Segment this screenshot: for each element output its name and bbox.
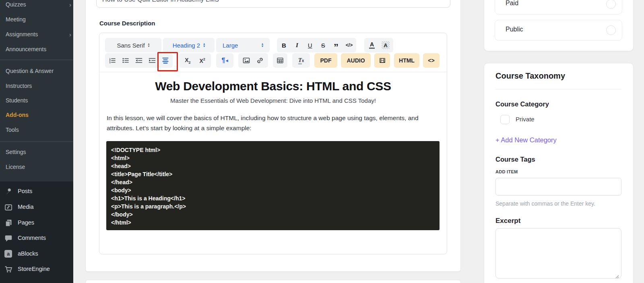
chevron-right-icon: › [69,1,71,8]
menu-item-comments[interactable]: Comments [0,233,73,246]
pages-icon [4,219,12,227]
sidebar-item-label: Assignments [6,31,38,37]
strikethrough-button[interactable]: S [317,39,329,51]
sidebar-item-label: Announcements [6,46,46,52]
chevron-right-icon: › [69,31,71,38]
text-direction-button[interactable]: ¶◀ [219,54,231,67]
sidebar-item-students[interactable]: Students [6,97,28,104]
bullet-list-button[interactable] [120,54,132,67]
excerpt-textarea[interactable] [495,228,621,279]
taxonomy-panel-title: Course Taxonomy [495,71,565,81]
direction-arrow-icon: ◀ [225,59,228,62]
insert-link-button[interactable] [254,54,266,67]
course-title-input[interactable] [96,0,450,8]
public-option[interactable]: Public [495,20,622,41]
course-tags-input[interactable] [495,178,621,196]
text-color-button[interactable]: A [366,39,378,51]
outdent-button[interactable] [133,54,145,67]
subscript-button[interactable]: X2 [182,54,194,67]
sidebar-item-assignments[interactable]: Assignments› [6,31,38,37]
menu-item-media[interactable]: Media [0,202,73,214]
sidebar-item-instructors[interactable]: Instructors [6,83,32,89]
plugin-submenu-panel: Quizzes› Meeting Assignments› Announceme… [0,0,73,181]
underline-button[interactable]: U [304,39,316,51]
sidebar-item-label: Settings [6,149,26,155]
font-dropdown-value: Sans Serif [117,42,144,49]
background-color-button[interactable]: A [380,39,392,51]
sidebar-item-tools[interactable]: Tools [6,127,19,133]
menu-item-pages[interactable]: Pages [0,218,73,230]
indent-button[interactable] [146,54,158,67]
sidebar-item-label: Students [6,97,28,104]
sidebar-divider [0,142,73,142]
public-radio[interactable] [606,25,616,35]
heading-dropdown[interactable]: Heading 2 ▴▾ [163,38,215,52]
code-block-button[interactable]: </> [343,39,355,51]
italic-glyph: I [296,42,298,49]
code-glyph: </> [346,42,353,48]
menu-item-label: Media [18,204,34,210]
clear-format-x: x [302,58,304,63]
color-group: A A [364,38,393,52]
text-color-icon: A [369,42,375,49]
sidebar-item-settings[interactable]: Settings [6,149,26,155]
updown-arrows-icon: ▴▾ [203,43,205,48]
insert-video-button[interactable] [374,53,390,68]
paid-option[interactable]: Paid [495,0,622,15]
editor-content[interactable]: Web Development Basics: HTML and CSS Mas… [99,72,447,254]
size-dropdown[interactable]: Large ▴▾ [216,38,270,52]
sidebar-item-label: Quizzes [6,1,26,8]
insert-html-button[interactable]: HTML [394,53,419,68]
insert-audio-button[interactable]: AUDIO [341,53,371,68]
course-category-label: Course Category [495,100,549,108]
clear-formatting-button[interactable]: Tx [295,54,307,67]
link-icon [256,57,264,64]
sidebar-divider [0,60,73,60]
resize-grip-icon[interactable] [615,273,619,277]
table-icon [277,57,284,64]
audio-button-label: AUDIO [347,57,365,64]
sidebar-item-license[interactable]: License [6,164,25,170]
media-icon [4,203,12,211]
menu-item-storeengine[interactable]: StoreEngine [0,264,73,277]
add-new-category-link[interactable]: + Add New Category [495,136,557,144]
add-item-label: ADD ITEM [495,169,518,174]
sidebar-item-label: License [6,164,25,170]
background-color-icon: A [382,41,390,49]
bold-button[interactable]: B [278,39,290,51]
pricing-card: Paid Public [484,0,634,51]
annotation-highlight-box [157,52,178,71]
outdent-icon [135,57,142,64]
sidebar-item-add-ons[interactable]: Add-ons [6,112,29,118]
sidebar-item-announcements[interactable]: Announcements [6,46,46,52]
panel-divider [495,89,621,89]
excerpt-label: Excerpt [495,217,520,225]
ordered-list-icon: 123 [109,57,116,64]
menu-item-ablocks[interactable]: a aBlocks [0,249,73,261]
sidebar-item-label: Add-ons [6,112,29,118]
paid-radio[interactable] [606,0,616,9]
pin-icon [4,187,12,196]
film-icon [379,57,386,64]
insert-image-button[interactable] [240,54,252,67]
font-dropdown[interactable]: Sans Serif ▴▾ [105,38,161,52]
private-category-checkbox[interactable] [500,115,510,124]
menu-item-posts[interactable]: Posts [0,187,73,199]
sidebar-item-question-answer[interactable]: Question & Answer [6,68,54,74]
blockquote-button[interactable]: ” [330,39,342,51]
italic-button[interactable]: I [291,39,303,51]
updown-arrows-icon: ▴▾ [262,43,263,48]
superscript-button[interactable]: X2 [196,54,208,67]
indent-icon [149,57,156,64]
strike-glyph: S [321,42,325,49]
bold-glyph: B [282,42,286,49]
sidebar-item-meeting[interactable]: Meeting [6,16,26,23]
insert-table-button[interactable] [274,54,286,67]
course-description-label: Course Description [99,20,155,27]
ablocks-icon: a [4,250,12,258]
insert-pdf-button[interactable]: PDF [314,53,337,68]
source-code-button[interactable]: <> [423,53,440,68]
sidebar-item-quizzes[interactable]: Quizzes› [6,1,26,8]
ordered-list-button[interactable]: 123 [106,54,118,67]
size-dropdown-value: Large [223,42,238,49]
